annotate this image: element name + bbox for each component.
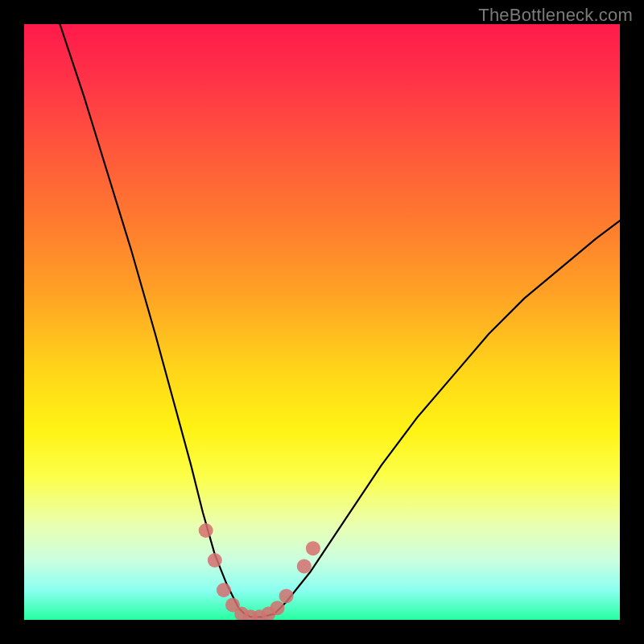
marker-dot xyxy=(199,523,213,538)
watermark-text: TheBottleneck.com xyxy=(478,5,633,26)
marker-dot xyxy=(234,607,249,620)
chart-svg xyxy=(24,24,620,620)
chart-stage: TheBottleneck.com xyxy=(0,0,644,644)
marker-dot xyxy=(306,541,320,555)
marker-dot xyxy=(243,609,258,620)
marker-dot xyxy=(225,598,240,613)
bottleneck-curve xyxy=(60,24,620,617)
plot-area xyxy=(24,24,620,620)
marker-dot xyxy=(297,559,312,573)
marker-dot xyxy=(252,609,266,620)
marker-dot xyxy=(270,601,285,615)
marker-dot xyxy=(279,588,294,603)
marker-dot xyxy=(217,583,231,597)
marker-dot xyxy=(261,607,275,620)
marker-group xyxy=(199,523,320,620)
marker-dot xyxy=(208,553,222,568)
